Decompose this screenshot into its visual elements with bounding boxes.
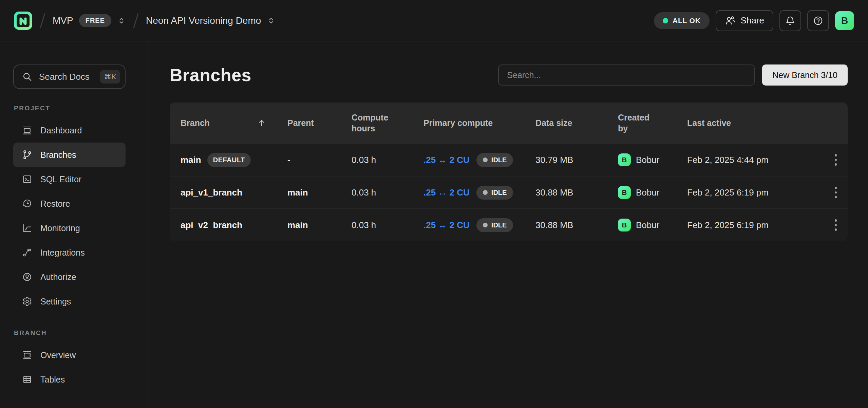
creator-name: Bobur (636, 155, 659, 165)
sidebar-item-authorize[interactable]: Authorize (13, 265, 126, 289)
status-label: ALL OK (673, 17, 701, 25)
org-selector[interactable]: MVP FREE (53, 14, 126, 27)
creator-name: Bobur (636, 187, 659, 198)
breadcrumb-divider (133, 13, 138, 28)
search-docs-input[interactable]: Search Docs ⌘K (13, 64, 126, 89)
sidebar-item-settings[interactable]: Settings (13, 289, 126, 314)
main-content: Branches New Branch 3/10 Branch Parent C… (148, 41, 868, 408)
created-by-cell: B Bobur (618, 219, 687, 231)
header-actions: ALL OK Share (654, 10, 854, 31)
row-menu-button[interactable] (833, 219, 840, 231)
sidebar-item-label: Dashboard (40, 126, 82, 135)
compute-size-link[interactable]: .25 ↔ 2 CU (423, 155, 470, 165)
sidebar-item-overview[interactable]: Overview (13, 343, 126, 367)
branch-search-input[interactable] (498, 64, 755, 86)
sidebar-item-tables[interactable]: Tables (13, 367, 126, 392)
user-circle-icon (22, 272, 32, 282)
idle-dot-icon (483, 157, 488, 162)
new-branch-button[interactable]: New Branch 3/10 (762, 64, 848, 86)
question-circle-icon (813, 16, 823, 26)
overview-window-icon (22, 350, 32, 360)
users-icon (725, 15, 736, 26)
share-label: Share (741, 15, 764, 26)
idle-dot-icon (483, 190, 488, 195)
sidebar-item-restore[interactable]: Restore (13, 191, 126, 216)
table-grid-icon (22, 374, 32, 385)
column-header-compute-hours: Compute hours (352, 112, 423, 134)
sidebar-item-monitoring[interactable]: Monitoring (13, 216, 126, 240)
column-header-created-by: Created by (618, 112, 687, 134)
help-button[interactable] (807, 10, 829, 31)
compute-hours-cell: 0.03 h (352, 155, 423, 165)
idle-dot-icon (483, 223, 488, 227)
sidebar-item-integrations[interactable]: Integrations (13, 240, 126, 265)
parent-cell: - (287, 155, 352, 165)
breadcrumb: MVP FREE Neon API Versioning Demo (14, 11, 276, 30)
page-title: Branches (170, 65, 251, 85)
column-header-parent: Parent (287, 118, 352, 128)
keyboard-shortcut-badge: ⌘K (100, 70, 120, 84)
table-row[interactable]: api_v1_branch main 0.03 h .25 ↔ 2 CU IDL… (170, 176, 848, 208)
data-size-cell: 30.88 MB (535, 187, 618, 198)
sidebar-item-branches[interactable]: Branches (13, 143, 126, 167)
git-branch-icon (22, 150, 32, 160)
sidebar-item-dashboard[interactable]: Dashboard (13, 118, 126, 143)
creator-avatar: B (618, 153, 631, 166)
user-avatar[interactable]: B (835, 11, 854, 30)
created-by-cell: B Bobur (618, 186, 687, 199)
chevron-updown-icon (267, 16, 276, 25)
column-header-primary-compute: Primary compute (423, 118, 535, 128)
neon-logo-icon[interactable] (14, 11, 33, 30)
primary-compute-cell: .25 ↔ 2 CU IDLE (423, 186, 535, 200)
table-row[interactable]: main DEFAULT - 0.03 h .25 ↔ 2 CU IDLE 30… (170, 143, 848, 176)
sidebar-item-label: Restore (40, 199, 70, 209)
sidebar-item-label: Overview (40, 350, 76, 360)
history-clock-icon (22, 199, 32, 209)
sidebar-item-label: Settings (40, 297, 71, 307)
compute-state-badge: IDLE (476, 153, 513, 167)
sidebar-item-label: Branches (40, 150, 76, 160)
compute-state-badge: IDLE (476, 186, 513, 200)
column-header-last-active: Last active (687, 118, 815, 128)
row-menu-button[interactable] (833, 186, 840, 199)
data-size-cell: 30.88 MB (535, 220, 618, 230)
compute-size-link[interactable]: .25 ↔ 2 CU (423, 220, 470, 230)
creator-avatar: B (618, 219, 631, 231)
branch-name: main (181, 155, 201, 165)
dashboard-window-icon (22, 125, 32, 135)
project-name: Neon API Versioning Demo (146, 15, 261, 26)
share-button[interactable]: Share (716, 10, 773, 31)
gear-icon (22, 296, 32, 307)
integrations-flow-icon (22, 247, 32, 258)
sidebar-item-label: Tables (40, 375, 65, 385)
sidebar-item-label: SQL Editor (40, 174, 81, 184)
table-header-row: Branch Parent Compute hours Primary comp… (170, 103, 848, 143)
compute-hours-cell: 0.03 h (352, 220, 423, 230)
search-docs-label: Search Docs (39, 72, 90, 82)
primary-compute-cell: .25 ↔ 2 CU IDLE (423, 153, 535, 167)
project-selector[interactable]: Neon API Versioning Demo (146, 15, 276, 26)
sidebar-section-branch: BRANCH (14, 329, 148, 337)
branch-name: api_v2_branch (181, 220, 242, 230)
terminal-icon (22, 174, 32, 184)
avatar-initial: B (841, 15, 848, 26)
compute-hours-cell: 0.03 h (352, 187, 423, 198)
compute-size-link[interactable]: .25 ↔ 2 CU (423, 187, 470, 198)
notifications-button[interactable] (779, 10, 801, 31)
creator-avatar: B (618, 186, 631, 199)
status-badge[interactable]: ALL OK (654, 12, 710, 29)
data-size-cell: 30.79 MB (535, 155, 618, 165)
column-header-data-size: Data size (535, 118, 618, 128)
parent-cell: main (287, 187, 352, 198)
primary-compute-cell: .25 ↔ 2 CU IDLE (423, 218, 535, 232)
top-header: MVP FREE Neon API Versioning Demo ALL OK (0, 0, 868, 41)
status-ok-dot-icon (663, 18, 668, 23)
sidebar-item-sql-editor[interactable]: SQL Editor (13, 167, 126, 191)
default-badge: DEFAULT (207, 153, 251, 167)
sidebar: Search Docs ⌘K PROJECT Dashboard Branche… (0, 41, 148, 408)
compute-state-badge: IDLE (476, 218, 513, 232)
table-row[interactable]: api_v2_branch main 0.03 h .25 ↔ 2 CU IDL… (170, 208, 848, 241)
row-menu-button[interactable] (833, 154, 840, 166)
branch-name: api_v1_branch (181, 187, 242, 198)
column-header-branch[interactable]: Branch (181, 118, 287, 128)
